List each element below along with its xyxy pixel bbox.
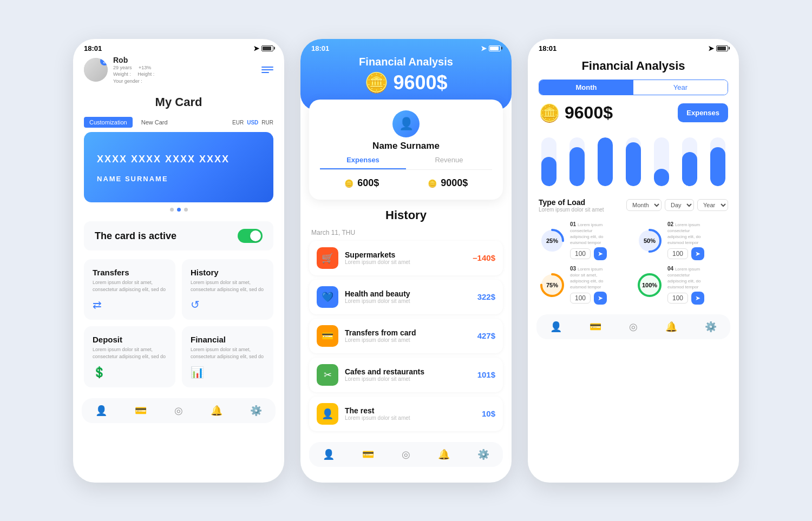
nav-card-3[interactable]: 💳 <box>590 321 601 333</box>
rest-info: The rest Lorem ipsum dolor sit amet <box>345 406 482 421</box>
load-arrow-3[interactable]: ➤ <box>594 292 607 305</box>
supermarkets-info: Supermarkets Lorem ipsum dolor sit amet <box>345 250 473 265</box>
revenue-amount: 🪙 9000$ <box>428 177 468 189</box>
bar-track-7 <box>710 137 725 186</box>
tol-dropdowns: Month Day Year <box>626 199 728 211</box>
load-num-row-4: 100 ➤ <box>667 292 728 305</box>
supermarkets-amount: –140$ <box>473 253 495 262</box>
nav-profile-2[interactable]: 👤 <box>323 449 335 460</box>
my-card-title: My Card <box>73 90 284 117</box>
usd-tab[interactable]: USD <box>247 120 258 126</box>
nav-nfc-3[interactable]: ◎ <box>629 321 638 333</box>
dot-3[interactable] <box>184 208 188 212</box>
load-info-3: 03 Lorem ipsumdolor sit amet,adipiscing … <box>570 266 631 305</box>
history-title: History <box>191 268 265 277</box>
load-num-2: 100 <box>667 248 688 259</box>
financial-amount-2: 🪙 9600$ <box>311 71 501 94</box>
toggle-thumb <box>250 230 261 241</box>
load-num-row-2: 100 ➤ <box>667 247 728 260</box>
history-desc: Lorem ipsum dolor sit amet, consectetur … <box>191 279 265 293</box>
deposit-card[interactable]: Deposit Lorem ipsum dolor sit amet, cons… <box>84 326 175 387</box>
history-item-health[interactable]: 💙 Health and beauty Lorem ipsum dolor si… <box>309 280 503 314</box>
cafes-icon: ✂ <box>317 364 338 386</box>
currency-tabs: EUR USD RUR <box>232 120 273 126</box>
bar-col-6 <box>679 132 700 186</box>
bar-track-5 <box>654 137 669 186</box>
nav-bell-1[interactable]: 🔔 <box>211 405 222 417</box>
expenses-tab[interactable]: Expenses <box>320 156 406 169</box>
load-num-4: 100 <box>667 293 688 304</box>
cafes-info: Cafes and restaurants Lorem ipsum dolor … <box>345 367 477 382</box>
profile-avatar: 👤 <box>392 110 420 137</box>
nav-bell-3[interactable]: 🔔 <box>665 321 677 333</box>
revenue-tab[interactable]: Revenue <box>406 156 492 169</box>
nav-nfc-2[interactable]: ◎ <box>402 449 410 460</box>
battery-icon-3 <box>716 45 728 51</box>
month-tab[interactable]: Month <box>539 80 633 95</box>
history-item-cafes[interactable]: ✂ Cafes and restaurants Lorem ipsum dolo… <box>309 358 503 392</box>
financial-icon: 📊 <box>191 366 265 379</box>
load-circle-2: 50% <box>636 227 663 254</box>
s3-coins-icon: 🪙 <box>539 103 560 123</box>
financial-title: Financial <box>191 335 265 344</box>
load-circle-1: 25% <box>539 227 566 254</box>
nav-profile-1[interactable]: 👤 <box>95 405 107 417</box>
deposit-desc: Lorem ipsum dolor sit amet, consectetur … <box>93 346 167 360</box>
load-arrow-2[interactable]: ➤ <box>691 247 704 260</box>
load-arrow-4[interactable]: ➤ <box>691 292 704 305</box>
month-dropdown[interactable]: Month <box>626 199 662 211</box>
load-pct-3: 75% <box>546 282 558 288</box>
dot-1[interactable] <box>170 208 174 212</box>
financial-desc: Lorem ipsum dolor sit amet, consectetur … <box>191 346 265 360</box>
card-active-label: The card is active <box>95 230 176 242</box>
time-3: 18:01 <box>539 44 556 52</box>
bar-chart <box>528 129 739 194</box>
eur-tab[interactable]: EUR <box>232 120 244 126</box>
nav-profile-3[interactable]: 👤 <box>550 321 562 333</box>
load-num-label-1: 01 Lorem ipsumconsecteturadipiscing elit… <box>570 221 631 245</box>
bottom-nav-1: 👤 💳 ◎ 🔔 ⚙️ <box>82 398 276 423</box>
new-card-tab[interactable]: New Card <box>136 117 173 128</box>
nav-bell-2[interactable]: 🔔 <box>438 449 450 460</box>
bar-col-1 <box>539 132 559 186</box>
dot-2[interactable] <box>177 208 181 212</box>
battery-icon-2 <box>489 45 501 51</box>
time-1: 18:01 <box>84 44 102 52</box>
financial-card[interactable]: Financial Lorem ipsum dolor sit amet, co… <box>182 326 273 387</box>
nav-card-2[interactable]: 💳 <box>362 449 374 460</box>
load-info-1: 01 Lorem ipsumconsecteturadipiscing elit… <box>570 221 631 260</box>
history-item-transfers[interactable]: 💳 Transfers from card Lorem ipsum dolor … <box>309 319 503 353</box>
expense-value: 600$ <box>357 177 379 188</box>
customization-tab[interactable]: Customization <box>84 117 133 128</box>
tol-sub: Lorem ipsum dolor sit amet <box>539 207 604 213</box>
screen1-phone: 18:01 ➤ 2 Rob 29 years +13% Weight : Hei… <box>73 39 284 483</box>
year-tab[interactable]: Year <box>633 80 728 95</box>
rest-amount: 10$ <box>482 409 495 418</box>
profile-amounts: 🪙 600$ 🪙 9000$ <box>320 177 492 189</box>
action-grid: Transfers Lorem ipsum dolor sit amet, co… <box>73 255 284 391</box>
year-dropdown[interactable]: Year <box>697 199 728 211</box>
expenses-button[interactable]: Expenses <box>678 103 728 122</box>
nav-nfc-1[interactable]: ◎ <box>174 405 183 417</box>
day-dropdown[interactable]: Day <box>665 199 694 211</box>
history-item-supermarkets[interactable]: 🛒 Supermarkets Lorem ipsum dolor sit ame… <box>309 241 503 275</box>
nav-card-1[interactable]: 💳 <box>135 405 147 417</box>
deposit-icon: 💲 <box>93 366 167 379</box>
menu-icon[interactable] <box>261 67 273 73</box>
rur-tab[interactable]: RUR <box>261 120 273 126</box>
load-info-4: 04 Lorem ipsumconsecteturadipiscing elit… <box>667 266 728 305</box>
transfers-card[interactable]: Transfers Lorem ipsum dolor sit amet, co… <box>84 259 175 320</box>
nav-settings-1[interactable]: ⚙️ <box>250 405 262 417</box>
deposit-title: Deposit <box>93 335 167 344</box>
bottom-nav-2: 👤 💳 ◎ 🔔 ⚙️ <box>309 442 503 467</box>
card-active-toggle[interactable] <box>238 229 263 243</box>
history-item-rest[interactable]: 👤 The rest Lorem ipsum dolor sit amet 10… <box>309 397 503 431</box>
load-pct-2: 50% <box>644 238 656 244</box>
nav-settings-3[interactable]: ⚙️ <box>705 321 717 333</box>
history-card[interactable]: History Lorem ipsum dolor sit amet, cons… <box>182 259 273 320</box>
load-arrow-1[interactable]: ➤ <box>594 247 607 260</box>
health-icon: 💙 <box>317 286 338 308</box>
expense-amount: 🪙 600$ <box>344 177 379 189</box>
screen2-phone: 18:01 ➤ Financial Analysis 🪙 9600$ 👤 Nam… <box>300 39 512 483</box>
nav-settings-2[interactable]: ⚙️ <box>477 449 489 460</box>
